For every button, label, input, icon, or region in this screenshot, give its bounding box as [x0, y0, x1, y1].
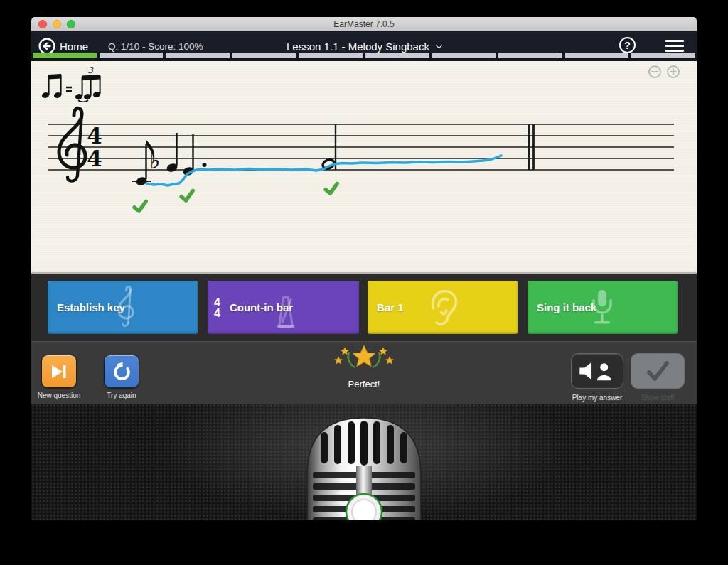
- count-in-bar-button[interactable]: 44 Count-in bar: [208, 281, 359, 334]
- zoom-out-button[interactable]: [649, 66, 660, 77]
- time-signature-bottom: 4: [87, 146, 102, 171]
- skip-next-icon: [50, 364, 68, 380]
- establish-key-button[interactable]: Establish key: [48, 281, 198, 334]
- new-question-label: New question: [38, 392, 81, 399]
- speaker-person-icon: [578, 360, 616, 382]
- chevron-down-icon: [436, 41, 443, 48]
- big-star-icon: [353, 345, 375, 367]
- zoom-in-button[interactable]: [668, 66, 679, 77]
- small-star-icon: [334, 357, 343, 365]
- augmentation-dot: [203, 163, 207, 167]
- progress-segment: [166, 53, 230, 58]
- small-star-icon: [385, 357, 394, 365]
- progress-segment: [432, 53, 496, 58]
- titlebar: EarMaster 7.0.5: [31, 17, 697, 31]
- menu-bar: [665, 45, 684, 47]
- lesson-title: Lesson 1.1 - Melody Singback: [287, 41, 429, 53]
- progress-segment: [232, 53, 296, 58]
- progress-segment: [498, 53, 562, 58]
- progress-segment: [33, 53, 97, 58]
- show-staff-label: Show staff: [641, 394, 675, 402]
- app-window: EarMaster 7.0.5 Home Q: 1/10 - Score: 10…: [31, 17, 697, 520]
- phase-label: Bar 1: [368, 301, 404, 313]
- hamburger-menu-button[interactable]: [665, 40, 684, 52]
- new-question-button[interactable]: [41, 355, 77, 388]
- feedback-text: Perfect!: [348, 379, 380, 389]
- play-my-answer-label: Play my answer: [572, 394, 623, 402]
- try-again-button[interactable]: [104, 355, 139, 388]
- vintage-microphone: [31, 404, 697, 520]
- staff-area: 3 4 4: [31, 61, 697, 274]
- progress-segment: [565, 53, 629, 58]
- phase-label: Establish key: [48, 301, 125, 313]
- pitch-trace-line: [146, 156, 501, 185]
- bar-1-button[interactable]: Bar 1: [368, 281, 518, 334]
- close-button[interactable]: [38, 20, 47, 28]
- ear-icon: [427, 288, 460, 329]
- progress-segment: [365, 53, 429, 58]
- phase-label: Sing it back: [528, 301, 596, 313]
- correct-checkmark-icon: [181, 190, 193, 200]
- progress-segment: [631, 53, 695, 58]
- minimize-button[interactable]: [53, 20, 61, 28]
- menu-bar: [665, 40, 684, 42]
- phase-button-row: Establish key 44 Count-in bar: [31, 274, 697, 341]
- help-button[interactable]: ?: [619, 37, 636, 53]
- checkmark-icon: [643, 359, 672, 383]
- play-my-answer-button[interactable]: [571, 353, 623, 389]
- phase-label: Count-in bar: [220, 301, 293, 313]
- control-bar: New question Try again: [31, 341, 697, 404]
- progress-segment: [299, 53, 363, 58]
- retry-icon: [111, 362, 132, 382]
- flat-sign: ♭: [149, 146, 161, 174]
- menu-bar: [665, 50, 684, 52]
- sing-it-back-button[interactable]: Sing it back: [528, 281, 678, 334]
- time-signature-top: 4: [87, 123, 102, 149]
- help-icon: ?: [624, 40, 631, 51]
- microphone-panel: [31, 404, 697, 520]
- app-title: EarMaster 7.0.5: [333, 19, 394, 29]
- progress-segment: [100, 53, 164, 58]
- show-staff-button[interactable]: [631, 353, 685, 389]
- progress-bar: [31, 53, 697, 61]
- count-in-meter: 44: [208, 297, 220, 318]
- try-again-label: Try again: [107, 392, 136, 399]
- rating-stars: [332, 345, 396, 373]
- staff-notation: 4 4 ♭: [31, 61, 697, 274]
- melody-notes: ♭: [132, 133, 336, 187]
- correct-checkmark-icon: [134, 201, 146, 211]
- correct-checkmark-icon: [325, 183, 338, 193]
- zoom-window-button[interactable]: [67, 20, 75, 28]
